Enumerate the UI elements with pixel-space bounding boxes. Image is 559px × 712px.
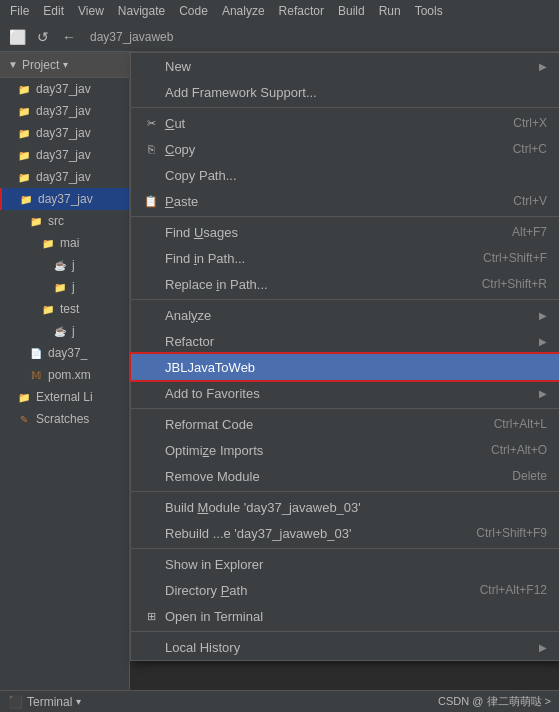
- tree-item-test[interactable]: 📁 test: [0, 298, 129, 320]
- context-menu-copy-path[interactable]: Copy Path...: [131, 162, 559, 188]
- shortcut-replace-path: Ctrl+Shift+R: [482, 277, 547, 291]
- menu-item-label: Paste: [165, 194, 198, 209]
- replace-icon: [143, 276, 159, 292]
- tree-label: pom.xm: [48, 368, 91, 382]
- context-menu-add-favorites[interactable]: Add to Favorites ▶: [131, 380, 559, 406]
- shortcut-rebuild: Ctrl+Shift+F9: [476, 526, 547, 540]
- context-menu-add-framework[interactable]: Add Framework Support...: [131, 79, 559, 105]
- file-icon: 📄: [28, 345, 44, 361]
- tree-item-day37-file[interactable]: 📄 day37_: [0, 342, 129, 364]
- reformat-icon: [143, 416, 159, 432]
- tree-item-scratches[interactable]: ✎ Scratches: [0, 408, 129, 430]
- menu-item-label: Optimize Imports: [165, 443, 263, 458]
- project-header[interactable]: ▼ Project ▾: [0, 52, 129, 78]
- tree-item-day37-2[interactable]: 📁 day37_jav: [0, 100, 129, 122]
- menu-item-label: Open in Terminal: [165, 609, 263, 624]
- separator-3: [131, 299, 559, 300]
- bottom-bar: ⬛ Terminal ▾ CSDN @ 律二萌萌哒 >: [0, 690, 559, 712]
- menu-refactor[interactable]: Refactor: [273, 2, 330, 20]
- context-menu-cut[interactable]: ✂ Cut Ctrl+X: [131, 110, 559, 136]
- tree-label: day37_jav: [36, 104, 91, 118]
- tree-label: test: [60, 302, 79, 316]
- context-menu-find-path[interactable]: Find in Path... Ctrl+Shift+F: [131, 245, 559, 271]
- menu-item-label: Build Module 'day37_javaweb_03': [165, 500, 361, 515]
- shortcut-paste: Ctrl+V: [513, 194, 547, 208]
- tree-label: External Li: [36, 390, 93, 404]
- tree-item-day37-4[interactable]: 📁 day37_jav: [0, 144, 129, 166]
- terminal-label: Terminal: [27, 695, 72, 709]
- context-menu-find-usages[interactable]: Find Usages Alt+F7: [131, 219, 559, 245]
- menu-build[interactable]: Build: [332, 2, 371, 20]
- context-menu-open-terminal[interactable]: ⊞ Open in Terminal: [131, 603, 559, 629]
- shortcut-find-usages: Alt+F7: [512, 225, 547, 239]
- context-menu-optimize[interactable]: Optimize Imports Ctrl+Alt+O: [131, 437, 559, 463]
- paste-icon: 📋: [143, 193, 159, 209]
- menu-view[interactable]: View: [72, 2, 110, 20]
- tree-item-day37-1[interactable]: 📁 day37_jav: [0, 78, 129, 100]
- shortcut-remove: Delete: [512, 469, 547, 483]
- context-menu-local-history[interactable]: Local History ▶: [131, 634, 559, 660]
- menu-item-label: Refactor: [165, 334, 214, 349]
- menu-bar: File Edit View Navigate Code Analyze Ref…: [0, 0, 559, 22]
- toolbar-sync-btn[interactable]: ↺: [32, 26, 54, 48]
- menu-tools[interactable]: Tools: [409, 2, 449, 20]
- shortcut-reformat: Ctrl+Alt+L: [494, 417, 547, 431]
- context-menu-copy[interactable]: ⎘ Copy Ctrl+C: [131, 136, 559, 162]
- tree-item-java-1[interactable]: ☕ j: [0, 254, 129, 276]
- find-icon: [143, 224, 159, 240]
- context-menu-show-explorer[interactable]: Show in Explorer: [131, 551, 559, 577]
- menu-item-label: JBLJavaToWeb: [165, 360, 255, 375]
- tree-item-pom[interactable]: 𝕄 pom.xm: [0, 364, 129, 386]
- tree-item-java-2[interactable]: ☕ j: [0, 320, 129, 342]
- menu-item-label: Add to Favorites: [165, 386, 260, 401]
- tree-item-day37-selected[interactable]: 📁 day37_jav: [0, 188, 129, 210]
- new-icon: [143, 58, 159, 74]
- menu-item-label: Find in Path...: [165, 251, 245, 266]
- tree-label: mai: [60, 236, 79, 250]
- tree-label: day37_jav: [36, 148, 91, 162]
- tree-item-day37-3[interactable]: 📁 day37_jav: [0, 122, 129, 144]
- context-menu-reformat[interactable]: Reformat Code Ctrl+Alt+L: [131, 411, 559, 437]
- context-menu-dir-path[interactable]: Directory Path Ctrl+Alt+F12: [131, 577, 559, 603]
- menu-analyze[interactable]: Analyze: [216, 2, 271, 20]
- tree-item-folder-j[interactable]: 📁 j: [0, 276, 129, 298]
- tree-item-main[interactable]: 📁 mai: [0, 232, 129, 254]
- tree-label: day37_jav: [36, 170, 91, 184]
- tree-label: day37_: [48, 346, 87, 360]
- tree-item-day37-5[interactable]: 📁 day37_jav: [0, 166, 129, 188]
- menu-navigate[interactable]: Navigate: [112, 2, 171, 20]
- terminal-icon: ⬛: [8, 695, 23, 709]
- toolbar-back-btn[interactable]: ←: [58, 26, 80, 48]
- context-menu-paste[interactable]: 📋 Paste Ctrl+V: [131, 188, 559, 214]
- menu-file[interactable]: File: [4, 2, 35, 20]
- context-menu-rebuild[interactable]: Rebuild ...e 'day37_javaweb_03' Ctrl+Shi…: [131, 520, 559, 546]
- context-menu-analyze[interactable]: Analyze ▶: [131, 302, 559, 328]
- context-menu-refactor[interactable]: Refactor ▶: [131, 328, 559, 354]
- project-settings-icon[interactable]: ▾: [63, 59, 68, 70]
- folder-icon: 📁: [40, 301, 56, 317]
- context-menu-jbl-java-to-web[interactable]: JBLJavaToWeb: [131, 354, 559, 380]
- menu-item-label: Add Framework Support...: [165, 85, 317, 100]
- context-menu-build-module[interactable]: Build Module 'day37_javaweb_03': [131, 494, 559, 520]
- menu-run[interactable]: Run: [373, 2, 407, 20]
- folder-icon: 📁: [40, 235, 56, 251]
- toolbar-save-btn[interactable]: ⬜: [6, 26, 28, 48]
- context-menu-new[interactable]: New ▶: [131, 53, 559, 79]
- tree-item-external[interactable]: 📁 External Li: [0, 386, 129, 408]
- java-icon: ☕: [52, 257, 68, 273]
- tree-item-src[interactable]: 📁 src: [0, 210, 129, 232]
- menu-code[interactable]: Code: [173, 2, 214, 20]
- folder-icon: 📁: [16, 103, 32, 119]
- menu-edit[interactable]: Edit: [37, 2, 70, 20]
- context-menu: New ▶ Add Framework Support... ✂ Cut Ctr…: [130, 52, 559, 661]
- context-menu-replace-path[interactable]: Replace in Path... Ctrl+Shift+R: [131, 271, 559, 297]
- project-panel: ▼ Project ▾ 📁 day37_jav 📁 day37_jav 📁 da…: [0, 52, 130, 712]
- separator-6: [131, 548, 559, 549]
- explorer-icon: [143, 556, 159, 572]
- context-menu-remove-module[interactable]: Remove Module Delete: [131, 463, 559, 489]
- remove-icon: [143, 468, 159, 484]
- tree-label: j: [72, 258, 75, 272]
- terminal-tab[interactable]: ⬛ Terminal ▾: [8, 691, 81, 713]
- menu-item-label: Remove Module: [165, 469, 260, 484]
- shortcut-cut: Ctrl+X: [513, 116, 547, 130]
